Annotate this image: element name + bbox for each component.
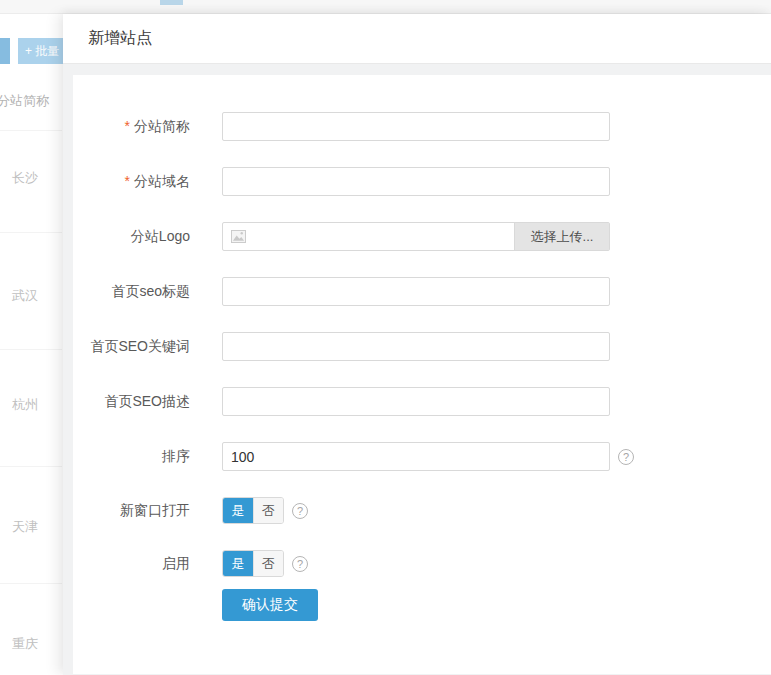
- logo-upload-field[interactable]: 选择上传...: [222, 222, 610, 251]
- field-label: 新窗口打开: [73, 502, 190, 520]
- toggle-option-yes[interactable]: 是: [223, 498, 253, 523]
- toggle-option-no[interactable]: 否: [253, 498, 283, 523]
- sort-order-input[interactable]: [222, 442, 610, 471]
- row-divider: [0, 130, 62, 131]
- batch-button[interactable]: + 批量: [18, 38, 68, 64]
- help-icon[interactable]: ?: [292, 556, 308, 572]
- form-row-seo-keywords: 首页SEO关键词: [73, 332, 771, 361]
- form-row-site-logo: 分站Logo 选择上传...: [73, 222, 771, 251]
- table-row[interactable]: 杭州: [12, 396, 38, 414]
- required-marker: *: [125, 173, 130, 189]
- table-row[interactable]: 天津: [12, 518, 38, 536]
- field-label-text: 首页seo标题: [111, 283, 190, 299]
- field-label: *分站域名: [73, 173, 190, 191]
- field-label: 首页seo标题: [73, 283, 190, 301]
- drawer-header: 新增站点: [63, 14, 771, 64]
- field-label-text: 分站域名: [134, 173, 190, 189]
- form-row-open-new-window: 新窗口打开 是 否 ?: [73, 497, 771, 524]
- page-top-strip: [0, 0, 771, 14]
- row-divider: [0, 232, 62, 233]
- image-icon: [231, 230, 246, 243]
- seo-keywords-input[interactable]: [222, 332, 610, 361]
- toggle-option-no[interactable]: 否: [253, 551, 283, 576]
- open-new-window-toggle[interactable]: 是 否: [222, 497, 284, 524]
- row-divider: [0, 583, 62, 584]
- tab-indicator: [160, 0, 183, 5]
- field-label-text: 启用: [162, 555, 190, 571]
- form-card: *分站简称 *分站域名 分站Logo: [73, 75, 771, 674]
- form-row-submit: 确认提交: [73, 589, 771, 621]
- field-label: 启用: [73, 555, 190, 573]
- enabled-toggle[interactable]: 是 否: [222, 550, 284, 577]
- seo-description-input[interactable]: [222, 387, 610, 416]
- table-row[interactable]: 长沙: [12, 169, 38, 187]
- drawer-title: 新增站点: [88, 28, 152, 49]
- table-column-header: 分站简称: [0, 92, 49, 110]
- table-row[interactable]: 重庆: [12, 635, 38, 653]
- help-icon[interactable]: ?: [618, 449, 634, 465]
- field-label-text: 首页SEO描述: [104, 393, 190, 409]
- seo-title-input[interactable]: [222, 277, 610, 306]
- row-divider: [0, 349, 62, 350]
- required-marker: *: [125, 118, 130, 134]
- toggle-option-yes[interactable]: 是: [223, 551, 253, 576]
- field-label: 排序: [73, 448, 190, 466]
- field-label: *分站简称: [73, 118, 190, 136]
- primary-button-clipped[interactable]: [0, 38, 10, 64]
- confirm-submit-button[interactable]: 确认提交: [222, 589, 318, 621]
- form-row-enabled: 启用 是 否 ?: [73, 550, 771, 577]
- table-row[interactable]: 武汉: [12, 287, 38, 305]
- field-label-text: 新窗口打开: [120, 502, 190, 518]
- field-label: 分站Logo: [73, 228, 190, 246]
- choose-upload-button[interactable]: 选择上传...: [514, 223, 609, 250]
- form-row-sort-order: 排序 ?: [73, 442, 771, 471]
- row-divider: [0, 466, 62, 467]
- field-label-text: 首页SEO关键词: [90, 338, 190, 354]
- field-label: 首页SEO描述: [73, 393, 190, 411]
- help-icon[interactable]: ?: [292, 503, 308, 519]
- site-domain-input[interactable]: [222, 167, 610, 196]
- form-row-site-short-name: *分站简称: [73, 112, 771, 141]
- field-label: 首页SEO关键词: [73, 338, 190, 356]
- add-site-drawer: 新增站点 *分站简称 *分站域名 分站Logo: [63, 14, 771, 675]
- form-row-seo-title: 首页seo标题: [73, 277, 771, 306]
- field-label-text: 排序: [162, 448, 190, 464]
- form-row-seo-description: 首页SEO描述: [73, 387, 771, 416]
- form-row-site-domain: *分站域名: [73, 167, 771, 196]
- drawer-body: *分站简称 *分站域名 分站Logo: [63, 64, 771, 674]
- site-short-name-input[interactable]: [222, 112, 610, 141]
- field-label-text: 分站简称: [134, 118, 190, 134]
- field-label-text: 分站Logo: [131, 228, 190, 244]
